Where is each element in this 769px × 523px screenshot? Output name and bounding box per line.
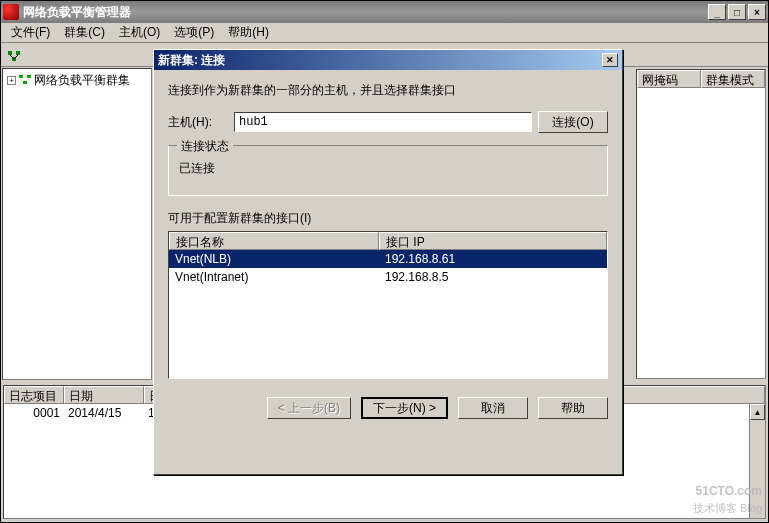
- col-mode[interactable]: 群集模式: [701, 70, 765, 88]
- svg-rect-0: [8, 51, 12, 55]
- menu-options[interactable]: 选项(P): [168, 22, 220, 43]
- menu-help[interactable]: 帮助(H): [222, 22, 275, 43]
- tree-panel: + 网络负载平衡群集: [2, 68, 152, 380]
- host-label: 主机(H):: [168, 114, 228, 131]
- if-name-cell: Vnet(NLB): [169, 251, 379, 267]
- svg-rect-1: [16, 51, 20, 55]
- tree-root-node[interactable]: + 网络负载平衡群集: [3, 69, 151, 92]
- cancel-button[interactable]: 取消: [458, 397, 528, 419]
- dialog-body: 连接到作为新群集的一部分的主机，并且选择群集接口 主机(H): 连接(O) 连接…: [154, 70, 622, 391]
- main-window: 网络负载平衡管理器 _ □ × 文件(F) 群集(C) 主机(O) 选项(P) …: [0, 0, 769, 523]
- if-name-cell: Vnet(Intranet): [169, 269, 379, 285]
- menubar: 文件(F) 群集(C) 主机(O) 选项(P) 帮助(H): [1, 23, 768, 43]
- host-row: 主机(H): 连接(O): [168, 111, 608, 133]
- col-if-name[interactable]: 接口名称: [169, 232, 379, 250]
- back-button: < 上一步(B): [267, 397, 351, 419]
- toolbar-icon[interactable]: [5, 46, 23, 64]
- interface-list: 接口名称 接口 IP Vnet(NLB) 192.168.8.61 Vnet(I…: [168, 231, 608, 379]
- menu-host[interactable]: 主机(O): [113, 22, 166, 43]
- dialog-titlebar: 新群集: 连接 ✕: [154, 50, 622, 70]
- svg-rect-5: [23, 81, 27, 84]
- menu-file[interactable]: 文件(F): [5, 22, 56, 43]
- interface-columns: 接口名称 接口 IP: [169, 232, 607, 250]
- status-text: 已连接: [179, 160, 597, 177]
- status-legend: 连接状态: [177, 138, 233, 155]
- minimize-button[interactable]: _: [708, 4, 726, 20]
- new-cluster-dialog: 新群集: 连接 ✕ 连接到作为新群集的一部分的主机，并且选择群集接口 主机(H)…: [153, 49, 623, 475]
- connect-button[interactable]: 连接(O): [538, 111, 608, 133]
- log-col-item[interactable]: 日志项目: [4, 386, 64, 404]
- expand-icon[interactable]: +: [7, 76, 16, 85]
- col-if-ip[interactable]: 接口 IP: [379, 232, 607, 250]
- close-button[interactable]: ×: [748, 4, 766, 20]
- right-columns: 网掩码 群集模式: [637, 70, 765, 88]
- dialog-close-button[interactable]: ✕: [602, 53, 618, 67]
- main-titlebar: 网络负载平衡管理器 _ □ ×: [1, 1, 768, 23]
- svg-rect-3: [19, 75, 23, 78]
- interface-row[interactable]: Vnet(NLB) 192.168.8.61: [169, 250, 607, 268]
- if-ip-cell: 192.168.8.61: [379, 251, 607, 267]
- host-input[interactable]: [234, 112, 532, 132]
- window-controls: _ □ ×: [708, 4, 766, 20]
- tree-icon: [18, 72, 32, 89]
- maximize-button[interactable]: □: [728, 4, 746, 20]
- menu-cluster[interactable]: 群集(C): [58, 22, 111, 43]
- scroll-up-icon[interactable]: ▲: [750, 404, 765, 420]
- svg-rect-4: [27, 75, 31, 78]
- log-cell-date: 2014/4/15: [64, 406, 144, 420]
- app-icon: [3, 4, 19, 20]
- log-col-date[interactable]: 日期: [64, 386, 144, 404]
- dialog-title: 新群集: 连接: [158, 52, 225, 69]
- dialog-instruction: 连接到作为新群集的一部分的主机，并且选择群集接口: [168, 82, 608, 99]
- interface-list-label: 可用于配置新群集的接口(I): [168, 210, 608, 227]
- col-mask[interactable]: 网掩码: [637, 70, 701, 88]
- log-scrollbar[interactable]: ▲: [749, 404, 765, 518]
- interface-row[interactable]: Vnet(Intranet) 192.168.8.5: [169, 268, 607, 286]
- dialog-buttons: < 上一步(B) 下一步(N) > 取消 帮助: [154, 391, 622, 425]
- window-title: 网络负载平衡管理器: [23, 4, 708, 21]
- next-button[interactable]: 下一步(N) >: [361, 397, 448, 419]
- right-panel: 网掩码 群集模式: [636, 69, 766, 379]
- status-groupbox: 连接状态 已连接: [168, 145, 608, 196]
- log-cell-item: 0001: [4, 406, 64, 420]
- tree-root-label: 网络负载平衡群集: [34, 72, 130, 89]
- help-button[interactable]: 帮助: [538, 397, 608, 419]
- if-ip-cell: 192.168.8.5: [379, 269, 607, 285]
